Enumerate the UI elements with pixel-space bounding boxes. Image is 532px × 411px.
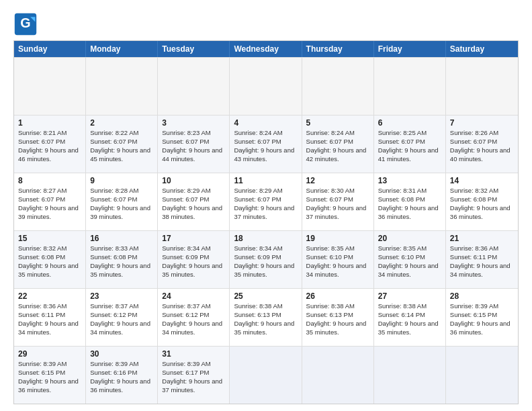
- day-number: 23: [90, 291, 153, 302]
- daylight-text: Daylight: 9 hours and 39 minutes.: [90, 204, 150, 220]
- day-cell-12: 12Sunrise: 8:30 AMSunset: 6:07 PMDayligh…: [302, 173, 374, 230]
- sunrise-text: Sunrise: 8:24 AM: [234, 129, 282, 136]
- day-cell-9: 9Sunrise: 8:28 AMSunset: 6:07 PMDaylight…: [86, 173, 158, 230]
- daylight-text: Daylight: 9 hours and 35 minutes.: [18, 262, 79, 278]
- day-cell-7: 7Sunrise: 8:26 AMSunset: 6:07 PMDaylight…: [446, 116, 518, 173]
- day-number: 13: [378, 175, 441, 186]
- sunset-text: Sunset: 6:09 PM: [234, 253, 281, 261]
- sunset-text: Sunset: 6:13 PM: [234, 311, 281, 318]
- sunrise-text: Sunrise: 8:24 AM: [306, 129, 355, 136]
- daylight-text: Daylight: 9 hours and 38 minutes.: [162, 204, 222, 220]
- day-number: 22: [18, 291, 81, 302]
- sunrise-text: Sunrise: 8:39 AM: [18, 360, 66, 367]
- sunrise-text: Sunrise: 8:35 AM: [306, 244, 355, 252]
- header-day-friday: Friday: [374, 41, 446, 57]
- sunset-text: Sunset: 6:08 PM: [18, 253, 65, 261]
- day-number: 15: [18, 233, 81, 244]
- daylight-text: Daylight: 9 hours and 35 minutes.: [90, 262, 150, 278]
- day-cell-16: 16Sunrise: 8:33 AMSunset: 6:08 PMDayligh…: [86, 231, 158, 288]
- sunset-text: Sunset: 6:08 PM: [378, 195, 425, 203]
- logo-icon: G: [13, 12, 38, 36]
- daylight-text: Daylight: 9 hours and 43 minutes.: [234, 146, 294, 163]
- daylight-text: Daylight: 9 hours and 37 minutes.: [306, 204, 367, 220]
- day-cell-17: 17Sunrise: 8:34 AMSunset: 6:09 PMDayligh…: [158, 231, 230, 288]
- day-cell-24: 24Sunrise: 8:37 AMSunset: 6:12 PMDayligh…: [158, 289, 230, 346]
- daylight-text: Daylight: 9 hours and 34 minutes.: [90, 320, 150, 336]
- sunrise-text: Sunrise: 8:35 AM: [378, 244, 427, 252]
- day-number: 26: [306, 291, 369, 302]
- sunset-text: Sunset: 6:12 PM: [162, 311, 209, 318]
- daylight-text: Daylight: 9 hours and 45 minutes.: [90, 146, 150, 163]
- sunset-text: Sunset: 6:07 PM: [234, 138, 281, 145]
- empty-cell: [230, 347, 302, 404]
- daylight-text: Daylight: 9 hours and 35 minutes.: [162, 262, 222, 278]
- day-cell-25: 25Sunrise: 8:38 AMSunset: 6:13 PMDayligh…: [230, 289, 302, 346]
- sunrise-text: Sunrise: 8:26 AM: [450, 129, 498, 136]
- day-number: 11: [234, 175, 297, 186]
- day-cell-8: 8Sunrise: 8:27 AMSunset: 6:07 PMDaylight…: [14, 173, 86, 230]
- day-number: 14: [450, 175, 514, 186]
- sunrise-text: Sunrise: 8:22 AM: [90, 129, 138, 136]
- empty-cell: [14, 58, 86, 115]
- daylight-text: Daylight: 9 hours and 34 minutes.: [450, 262, 511, 278]
- sunrise-text: Sunrise: 8:33 AM: [90, 244, 138, 252]
- sunrise-text: Sunrise: 8:21 AM: [18, 129, 66, 136]
- calendar-row-3: 8Sunrise: 8:27 AMSunset: 6:07 PMDaylight…: [14, 173, 518, 230]
- day-number: 6: [378, 118, 441, 128]
- daylight-text: Daylight: 9 hours and 42 minutes.: [306, 146, 367, 163]
- day-cell-22: 22Sunrise: 8:36 AMSunset: 6:11 PMDayligh…: [14, 289, 86, 346]
- sunset-text: Sunset: 6:10 PM: [378, 253, 425, 261]
- sunrise-text: Sunrise: 8:28 AM: [90, 187, 138, 194]
- day-number: 27: [378, 291, 441, 302]
- logo: G: [13, 12, 40, 36]
- sunset-text: Sunset: 6:07 PM: [378, 138, 425, 145]
- day-cell-4: 4Sunrise: 8:24 AMSunset: 6:07 PMDaylight…: [230, 116, 302, 173]
- empty-cell: [302, 58, 374, 115]
- daylight-text: Daylight: 9 hours and 46 minutes.: [18, 146, 79, 163]
- calendar-row-1: [14, 57, 518, 115]
- sunset-text: Sunset: 6:07 PM: [306, 195, 353, 203]
- day-cell-11: 11Sunrise: 8:29 AMSunset: 6:07 PMDayligh…: [230, 173, 302, 230]
- sunset-text: Sunset: 6:08 PM: [90, 253, 137, 261]
- sunrise-text: Sunrise: 8:38 AM: [234, 302, 282, 310]
- sunrise-text: Sunrise: 8:37 AM: [162, 302, 210, 310]
- sunrise-text: Sunrise: 8:27 AM: [18, 187, 66, 194]
- day-cell-18: 18Sunrise: 8:34 AMSunset: 6:09 PMDayligh…: [230, 231, 302, 288]
- header-day-thursday: Thursday: [302, 41, 374, 57]
- empty-cell: [230, 58, 302, 115]
- sunset-text: Sunset: 6:08 PM: [450, 195, 497, 203]
- header-day-sunday: Sunday: [14, 41, 86, 57]
- day-cell-14: 14Sunrise: 8:32 AMSunset: 6:08 PMDayligh…: [446, 173, 518, 230]
- daylight-text: Daylight: 9 hours and 44 minutes.: [162, 146, 222, 163]
- day-number: 5: [306, 118, 369, 128]
- sunrise-text: Sunrise: 8:36 AM: [18, 302, 66, 310]
- sunset-text: Sunset: 6:09 PM: [162, 253, 209, 261]
- sunrise-text: Sunrise: 8:39 AM: [90, 360, 138, 367]
- sunset-text: Sunset: 6:16 PM: [90, 369, 137, 376]
- sunset-text: Sunset: 6:07 PM: [450, 138, 497, 145]
- calendar-body: 1Sunrise: 8:21 AMSunset: 6:07 PMDaylight…: [14, 57, 518, 404]
- day-number: 8: [18, 175, 81, 186]
- day-cell-20: 20Sunrise: 8:35 AMSunset: 6:10 PMDayligh…: [374, 231, 446, 288]
- day-cell-23: 23Sunrise: 8:37 AMSunset: 6:12 PMDayligh…: [86, 289, 158, 346]
- day-cell-15: 15Sunrise: 8:32 AMSunset: 6:08 PMDayligh…: [14, 231, 86, 288]
- sunset-text: Sunset: 6:07 PM: [162, 138, 209, 145]
- sunset-text: Sunset: 6:07 PM: [306, 138, 353, 145]
- calendar-row-5: 22Sunrise: 8:36 AMSunset: 6:11 PMDayligh…: [14, 288, 518, 346]
- day-number: 31: [162, 349, 225, 359]
- page: G SundayMondayTuesdayWednesdayThursdayFr…: [0, 0, 532, 411]
- day-cell-5: 5Sunrise: 8:24 AMSunset: 6:07 PMDaylight…: [302, 116, 374, 173]
- day-cell-1: 1Sunrise: 8:21 AMSunset: 6:07 PMDaylight…: [14, 116, 86, 173]
- day-cell-3: 3Sunrise: 8:23 AMSunset: 6:07 PMDaylight…: [158, 116, 230, 173]
- daylight-text: Daylight: 9 hours and 37 minutes.: [162, 377, 222, 394]
- day-number: 7: [450, 118, 514, 128]
- sunrise-text: Sunrise: 8:38 AM: [378, 302, 427, 310]
- empty-cell: [374, 347, 446, 404]
- sunset-text: Sunset: 6:17 PM: [162, 369, 209, 376]
- daylight-text: Daylight: 9 hours and 39 minutes.: [18, 204, 79, 220]
- day-number: 20: [378, 233, 441, 244]
- daylight-text: Daylight: 9 hours and 41 minutes.: [378, 146, 439, 163]
- calendar-row-2: 1Sunrise: 8:21 AMSunset: 6:07 PMDaylight…: [14, 115, 518, 173]
- daylight-text: Daylight: 9 hours and 36 minutes.: [90, 377, 150, 394]
- sunset-text: Sunset: 6:07 PM: [18, 138, 65, 145]
